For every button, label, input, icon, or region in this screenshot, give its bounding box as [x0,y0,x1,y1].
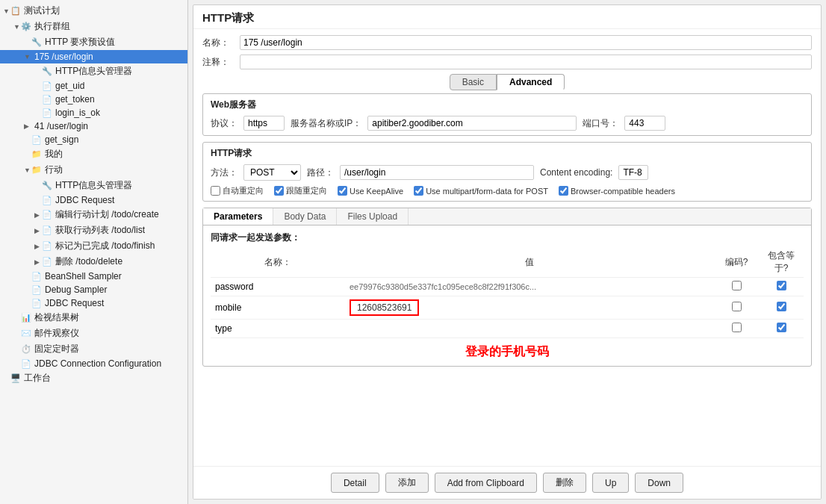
sidebar-item-label: 41 /user/login [34,121,88,131]
method-select[interactable]: POST GET PUT DELETE [243,164,301,181]
sidebar-item-http-defaults[interactable]: 🔧 HTTP 要求预设值 [0,34,187,50]
sidebar-item-label: HTTP信息头管理器 [55,179,132,192]
checkbox-input-keep-alive[interactable] [338,186,347,196]
sidebar-item-jdbc-request[interactable]: 📄 JDBC Request [0,193,187,207]
item-icon: 📄 [42,95,52,105]
sidebar-item-label: HTTP 要求预设值 [45,36,115,49]
server-label: 服务器名称或IP： [291,117,361,130]
param-content: 同请求一起发送参数： 名称： 值 编码? 包含等于? passwordee799… [203,225,811,366]
footer-btn-detail[interactable]: Detail [331,473,379,493]
sidebar-item-get-token[interactable]: 📄 get_token [0,93,187,106]
tab-parameters[interactable]: Parameters [203,208,273,225]
arrow-icon [3,7,10,15]
sidebar-item-actions[interactable]: 📁 行动 [0,162,187,178]
sidebar-item-delete-todo[interactable]: 📄 删除 /todo/delete [0,254,187,270]
tab-advanced[interactable]: Advanced [497,74,565,90]
web-server-section: Web服务器 协议： 服务器名称或IP： 端口号： [202,93,812,136]
checkbox-input-auto-redirect[interactable] [211,186,220,196]
tab-body-data[interactable]: Body Data [273,208,337,225]
checkbox-input-browser-compatible[interactable] [559,186,568,196]
encode-checkbox-1[interactable] [732,302,742,311]
server-input[interactable] [367,116,577,131]
comment-row: 注释： [202,55,812,69]
item-icon: 📋 [10,6,21,16]
checkbox-browser-compatible[interactable]: Browser-compatible headers [559,186,675,196]
param-include-1[interactable] [759,296,804,320]
checkbox-label-keep-alive: Use KeepAlive [350,187,403,196]
sidebar-item-debug-sampler[interactable]: 📄 Debug Sampler [0,283,187,296]
checkbox-multipart[interactable]: Use multipart/form-data for POST [414,186,548,196]
table-row: type [211,320,804,338]
path-input[interactable] [340,165,534,180]
method-row: 方法： POST GET PUT DELETE 路径： Content enco… [211,164,804,181]
footer-btn-添加[interactable]: 添加 [385,473,429,493]
param-name-0: password [211,278,345,296]
sidebar-item-jdbc-request2[interactable]: 📄 JDBC Request [0,296,187,310]
sidebar-item-test-plan[interactable]: 📋 测试计划 [0,3,187,19]
footer-btn-down[interactable]: Down [635,473,683,493]
web-server-title: Web服务器 [211,99,804,111]
item-icon: 📁 [31,165,42,175]
param-value-0: ee79976c9380d5e337fc1c095ece8c8f22f91f30… [345,278,714,296]
main-panel: HTTP请求 名称： 注释： Basic Advanced Web服务器 [188,0,826,504]
tab-basic[interactable]: Basic [450,74,497,90]
item-icon: 📄 [42,210,52,220]
table-row: mobile12608523691 [211,296,804,320]
http-request-title: HTTP请求 [211,147,804,160]
sidebar-item-workbench[interactable]: 🖥️ 工作台 [0,370,187,386]
param-encode-0[interactable] [714,278,759,296]
sidebar-item-label: login_is_ok [55,108,100,118]
sidebar-item-get-todo-list[interactable]: 📄 获取行动列表 /todo/list [0,223,187,238]
include-checkbox-2[interactable] [777,323,786,332]
checkbox-input-follow-redirect[interactable] [274,186,284,196]
sidebar-item-get-uid[interactable]: 📄 get_uid [0,79,187,93]
param-table: 名称： 值 编码? 包含等于? passwordee79976c9380d5e3… [211,247,804,338]
param-include-0[interactable] [759,278,804,296]
sidebar-item-get-sign[interactable]: 📄 get_sign [0,133,187,146]
sidebar-item-175-user-login[interactable]: 175 /user/login [0,50,187,63]
sidebar-item-login-is-ok[interactable]: 📄 login_is_ok [0,106,187,119]
comment-input[interactable] [240,55,812,69]
param-include-2[interactable] [759,320,804,338]
item-icon: 📄 [31,285,42,295]
sidebar-item-mark-todo-finish[interactable]: 📄 标记为已完成 /todo/finish [0,238,187,254]
sidebar-item-http-header-mgr2[interactable]: 🔧 HTTP信息头管理器 [0,178,187,193]
include-checkbox-1[interactable] [777,302,786,311]
name-input[interactable] [240,35,812,50]
checkbox-auto-redirect[interactable]: 自动重定向 [211,185,264,196]
tab-files-upload[interactable]: Files Upload [337,208,409,225]
sidebar-item-41-user-login[interactable]: 41 /user/login [0,119,187,133]
arrow-icon [34,243,42,250]
param-encode-1[interactable] [714,296,759,320]
footer-btn-删除[interactable]: 删除 [543,473,586,493]
sidebar-item-mail-observer[interactable]: ✉️ 邮件观察仪 [0,326,187,341]
checkbox-input-multipart[interactable] [414,186,423,196]
encode-checkbox-2[interactable] [732,323,742,332]
param-encode-2[interactable] [714,320,759,338]
port-input[interactable] [624,116,665,131]
sidebar-item-result-view[interactable]: 📊 检视结果树 [0,310,187,326]
include-checkbox-0[interactable] [777,281,786,290]
sidebar: 📋 测试计划 ⚙️ 执行群组 🔧 HTTP 要求预设值 175 /user/lo… [0,0,188,504]
checkbox-follow-redirect[interactable]: 跟随重定向 [274,185,327,196]
checkbox-label-follow-redirect: 跟随重定向 [286,185,327,196]
arrow-icon [13,23,21,31]
sidebar-item-fixed-timer[interactable]: ⏱️ 固定定时器 [0,341,187,357]
item-icon: 📄 [31,299,42,308]
protocol-input[interactable] [243,116,285,131]
checkbox-keep-alive[interactable]: Use KeepAlive [338,186,403,196]
sidebar-item-beanshell-sampler[interactable]: 📄 BeanShell Sampler [0,270,187,283]
sidebar-item-exec-group[interactable]: ⚙️ 执行群组 [0,19,187,34]
param-tab-tabs: Parameters Body Data Files Upload [203,208,811,225]
sidebar-item-edit-todo-create[interactable]: 📄 编辑行动计划 /todo/create [0,207,187,223]
encoding-input[interactable] [618,165,648,180]
item-icon: 📄 [42,196,52,205]
sidebar-item-jdbc-connection[interactable]: 📄 JDBC Connection Configuration [0,357,187,370]
footer-btn-add-from-clipboard[interactable]: Add from Clipboard [435,473,537,493]
sidebar-item-http-header-mgr[interactable]: 🔧 HTTP信息头管理器 [0,63,187,79]
sidebar-item-my[interactable]: 📁 我的 [0,146,187,162]
sidebar-item-label: 执行群组 [34,20,70,33]
encode-checkbox-0[interactable] [732,281,742,290]
sidebar-item-label: 行动 [45,164,63,176]
footer-btn-up[interactable]: Up [592,473,629,493]
